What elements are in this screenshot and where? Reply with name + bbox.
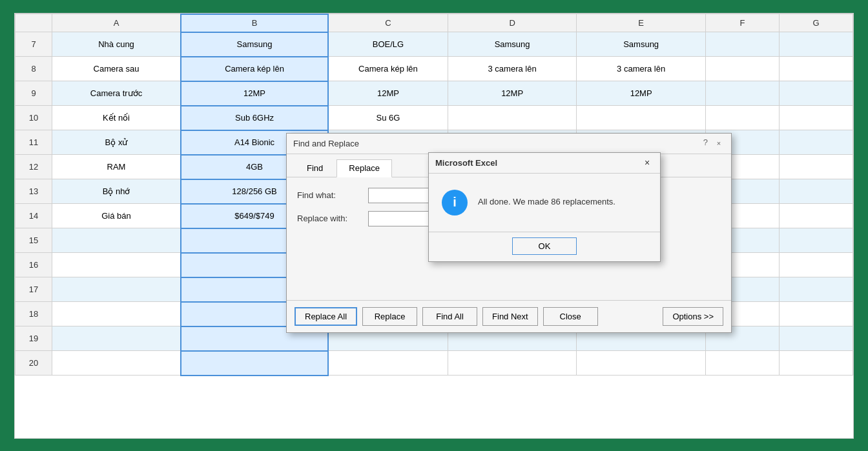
cell-d[interactable] <box>448 351 577 376</box>
cell-e[interactable]: 3 camera lên <box>577 57 706 81</box>
row-header: 9 <box>16 81 52 106</box>
cell-c[interactable]: Camera kép lên <box>328 57 448 81</box>
cell-f[interactable] <box>705 351 779 376</box>
col-header-c[interactable]: C <box>328 14 448 32</box>
info-icon: i <box>442 190 468 215</box>
row-header: 14 <box>16 204 52 228</box>
excel-dialog-message: All done. We made 86 replacements. <box>478 196 615 208</box>
cell-e[interactable] <box>577 351 706 376</box>
cell-g[interactable] <box>779 130 852 155</box>
excel-dialog-titlebar: Microsoft Excel × <box>429 153 660 174</box>
cell-c[interactable]: 12MP <box>328 81 448 106</box>
cell-g[interactable] <box>779 57 852 81</box>
cell-d[interactable]: 12MP <box>448 81 577 106</box>
replace-all-button[interactable]: Replace All <box>294 307 357 326</box>
table-row: 10Kết nốiSub 6GHzSu 6G <box>16 106 853 130</box>
replace-button[interactable]: Replace <box>362 307 417 326</box>
row-header: 15 <box>16 228 52 253</box>
cell-b[interactable]: 12MP <box>181 81 328 106</box>
row-header: 11 <box>16 130 52 155</box>
options-button[interactable]: Options >> <box>663 307 723 326</box>
row-header: 17 <box>16 277 52 302</box>
cell-g[interactable] <box>779 228 852 253</box>
excel-dialog-close-button[interactable]: × <box>641 156 654 169</box>
cell-a[interactable]: Kết nối <box>52 106 181 130</box>
cell-a[interactable]: Giá bán <box>52 204 181 228</box>
cell-b[interactable]: Samsung <box>181 32 328 57</box>
cell-a[interactable]: Bộ nhớ <box>52 179 181 204</box>
cell-g[interactable] <box>779 253 852 277</box>
cell-b[interactable]: Camera kép lên <box>181 57 328 81</box>
col-header-d[interactable]: D <box>448 14 577 32</box>
table-row: 20 <box>16 351 853 376</box>
find-replace-title: Find and Replace <box>293 139 359 148</box>
cell-c[interactable]: BOE/LG <box>328 32 448 57</box>
cell-a[interactable] <box>52 253 181 277</box>
close-button[interactable]: Close <box>543 307 598 326</box>
cell-g[interactable] <box>779 179 852 204</box>
cell-d[interactable]: Samsung <box>448 32 577 57</box>
row-header: 19 <box>16 326 52 351</box>
cell-b[interactable] <box>181 351 328 376</box>
find-replace-titlebar: Find and Replace ? × <box>287 134 731 154</box>
ok-button[interactable]: OK <box>512 237 577 255</box>
cell-a[interactable]: Bộ xử <box>52 130 181 155</box>
cell-c[interactable]: Su 6G <box>328 106 448 130</box>
col-header-b[interactable]: B <box>181 14 328 32</box>
row-header: 16 <box>16 253 52 277</box>
cell-a[interactable] <box>52 228 181 253</box>
row-header: 20 <box>16 351 52 376</box>
cell-g[interactable] <box>779 351 852 376</box>
find-what-label: Find what: <box>297 190 368 200</box>
fr-question-icon: ? <box>703 137 708 149</box>
fr-find-tab[interactable]: Find <box>294 159 335 177</box>
find-next-button[interactable]: Find Next <box>482 307 538 326</box>
find-all-button[interactable]: Find All <box>422 307 477 326</box>
cell-g[interactable] <box>779 32 852 57</box>
cell-f[interactable] <box>705 32 779 57</box>
fr-window-controls: ? × <box>703 137 725 149</box>
col-header-e[interactable]: E <box>577 14 706 32</box>
fr-replace-tab[interactable]: Replace <box>336 159 392 177</box>
cell-a[interactable]: RAM <box>52 155 181 179</box>
replace-with-label: Replace with: <box>297 214 368 223</box>
cell-a[interactable]: Camera sau <box>52 57 181 81</box>
cell-f[interactable] <box>705 81 779 106</box>
col-header-f[interactable]: F <box>705 14 779 32</box>
excel-info-dialog: Microsoft Excel × i All done. We made 86… <box>428 152 661 262</box>
cell-a[interactable] <box>52 326 181 351</box>
cell-g[interactable] <box>779 277 852 302</box>
fr-footer: Replace All Replace Find All Find Next C… <box>287 300 731 332</box>
excel-dialog-footer: OK <box>429 232 660 260</box>
cell-g[interactable] <box>779 155 852 179</box>
cell-a[interactable] <box>52 351 181 376</box>
cell-a[interactable]: Nhà cung <box>52 32 181 57</box>
cell-g[interactable] <box>779 204 852 228</box>
cell-g[interactable] <box>779 81 852 106</box>
cell-a[interactable] <box>52 277 181 302</box>
cell-g[interactable] <box>779 106 852 130</box>
cell-g[interactable] <box>779 302 852 326</box>
cell-d[interactable]: 3 camera lên <box>448 57 577 81</box>
cell-e[interactable]: Samsung <box>577 32 706 57</box>
cell-a[interactable]: Camera trước <box>52 81 181 106</box>
cell-e[interactable] <box>577 106 706 130</box>
row-header: 18 <box>16 302 52 326</box>
fr-close-button[interactable]: × <box>713 137 725 149</box>
excel-dialog-title: Microsoft Excel <box>435 158 497 168</box>
cell-e[interactable]: 12MP <box>577 81 706 106</box>
row-header: 7 <box>16 32 52 57</box>
table-row: 7Nhà cungSamsungBOE/LGSamsungSamsung <box>16 32 853 57</box>
cell-g[interactable] <box>779 326 852 351</box>
cell-f[interactable] <box>705 106 779 130</box>
cell-b[interactable]: Sub 6GHz <box>181 106 328 130</box>
row-header: 10 <box>16 106 52 130</box>
cell-a[interactable] <box>52 302 181 326</box>
column-header-row: A B C D E F G <box>16 14 853 32</box>
cell-f[interactable] <box>705 57 779 81</box>
cell-d[interactable] <box>448 106 577 130</box>
cell-c[interactable] <box>328 351 448 376</box>
row-header: 13 <box>16 179 52 204</box>
col-header-a[interactable]: A <box>52 14 181 32</box>
col-header-g[interactable]: G <box>779 14 852 32</box>
